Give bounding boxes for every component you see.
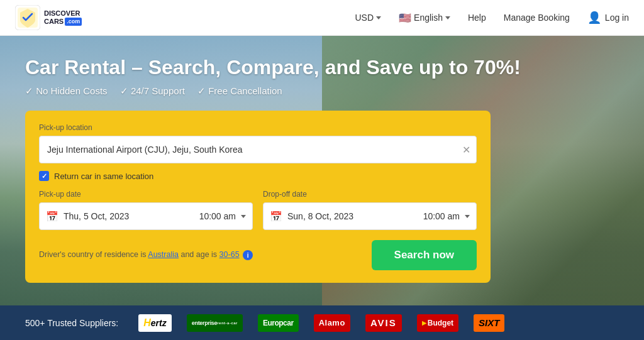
budget-logo: ▶ Budget <box>417 314 458 332</box>
nav: USD 🇺🇸 English Help Manage Booking 👤 Log… <box>355 11 629 25</box>
search-now-button[interactable]: Search now <box>372 240 477 270</box>
chevron-down-icon <box>241 215 246 218</box>
hero-title: Car Rental – Search, Compare, and Save u… <box>25 56 619 79</box>
pickup-location-label: Pick-up location <box>39 123 477 132</box>
pickup-location-input[interactable] <box>39 136 477 163</box>
pickup-time-value: 10:00 am <box>199 211 236 221</box>
driver-country-link[interactable]: Australia <box>148 250 179 259</box>
help-link[interactable]: Help <box>468 13 486 23</box>
info-icon[interactable]: i <box>243 250 253 260</box>
suppliers-label: 500+ Trusted Suppliers: <box>25 318 118 328</box>
dropoff-time-value: 10:00 am <box>423 211 460 221</box>
dates-row: Pick-up date 📅 Thu, 5 Oct, 2023 10:00 am… <box>39 190 477 230</box>
currency-selector[interactable]: USD <box>355 13 381 23</box>
search-box: Pick-up location ✕ Return car in same lo… <box>25 111 491 283</box>
suppliers-bar: 500+ Trusted Suppliers: H ertz enterpris… <box>0 305 644 340</box>
search-bottom-row: Driver's country of residence is Austral… <box>39 240 477 270</box>
pickup-date-input[interactable]: 📅 Thu, 5 Oct, 2023 10:00 am <box>39 202 253 230</box>
hero-subtitle: ✓ No Hidden Costs ✓ 24/7 Support ✓ Free … <box>25 85 619 97</box>
calendar-icon: 📅 <box>270 211 282 222</box>
pickup-date-label: Pick-up date <box>39 190 253 199</box>
pickup-date-value: Thu, 5 Oct, 2023 <box>64 211 194 221</box>
dropoff-date-value: Sun, 8 Oct, 2023 <box>287 211 418 221</box>
enterprise-logo: enterprise rent-a-car <box>187 314 243 332</box>
dropoff-date-label: Drop-off date <box>263 190 477 199</box>
logo-icon <box>15 5 40 30</box>
logo[interactable]: DISCOVER CARS .com <box>15 5 82 30</box>
flag-icon: 🇺🇸 <box>399 12 411 24</box>
europcar-logo: Europcar <box>258 314 299 332</box>
user-icon: 👤 <box>587 11 601 25</box>
login-button[interactable]: 👤 Log in <box>587 11 629 25</box>
chevron-down-icon <box>445 16 450 19</box>
dropoff-date-input[interactable]: 📅 Sun, 8 Oct, 2023 10:00 am <box>263 202 477 230</box>
header: DISCOVER CARS .com USD 🇺🇸 English Help M… <box>0 0 644 36</box>
pickup-location-field: ✕ <box>39 136 477 163</box>
dropoff-date-field: Drop-off date 📅 Sun, 8 Oct, 2023 10:00 a… <box>263 190 477 230</box>
logo-discover: DISCOVER <box>44 9 82 18</box>
avis-logo: AVIS <box>365 314 402 332</box>
logo-cars: CARS <box>44 18 64 26</box>
language-selector[interactable]: 🇺🇸 English <box>399 12 450 24</box>
driver-info: Driver's country of residence is Austral… <box>39 250 253 260</box>
hertz-logo: H ertz <box>138 314 171 332</box>
driver-age-link[interactable]: 30-65 <box>219 250 240 259</box>
chevron-down-icon <box>465 215 470 218</box>
manage-booking-link[interactable]: Manage Booking <box>504 13 570 23</box>
pickup-date-field: Pick-up date 📅 Thu, 5 Oct, 2023 10:00 am <box>39 190 253 230</box>
calendar-icon: 📅 <box>46 211 58 222</box>
alamo-logo: Alamo <box>314 314 350 332</box>
checkbox-icon <box>39 171 49 181</box>
sixt-logo: SIXT <box>474 314 504 332</box>
return-same-label: Return car in same location <box>54 172 153 181</box>
logo-com: .com <box>65 18 82 26</box>
return-same-checkbox[interactable]: Return car in same location <box>39 171 477 181</box>
hero-section: Car Rental – Search, Compare, and Save u… <box>0 36 644 305</box>
hero-content: Car Rental – Search, Compare, and Save u… <box>0 36 644 283</box>
clear-location-button[interactable]: ✕ <box>462 144 470 156</box>
chevron-down-icon <box>376 16 381 19</box>
